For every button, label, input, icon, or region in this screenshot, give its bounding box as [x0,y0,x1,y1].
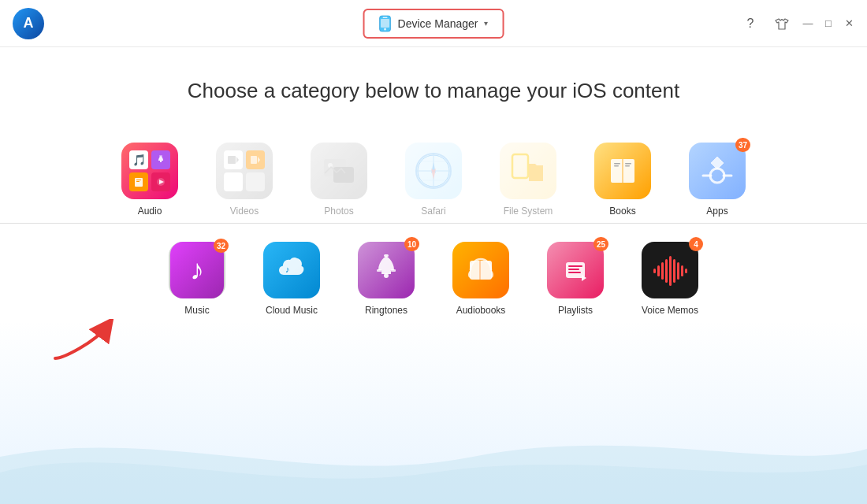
audio-icon: 🎵 [121,143,178,199]
videos-icon-wrap [216,143,273,199]
audio-icon-wrap: 🎵 [121,143,178,199]
music-badge: 32 [214,239,229,253]
tshirt-icon[interactable] [771,13,793,35]
playlists-icon-wrap: 25 [547,242,604,298]
svg-rect-52 [661,262,664,280]
books-label: Books [609,206,635,217]
voicememos-icon-wrap: 4 [642,242,698,298]
filesystem-label: File System [504,206,553,217]
category-item-ringtones[interactable]: 10 Ringtones [347,242,426,316]
playlists-badge: 25 [594,237,608,251]
svg-rect-46 [568,265,582,267]
titlebar: A Device Manager ▾ ? — □ ✕ [0,0,867,47]
app-logo[interactable]: A [13,8,44,39]
svg-rect-56 [677,262,679,280]
svg-rect-51 [657,265,660,276]
svg-rect-7 [135,178,143,187]
voicememos-label: Voice Memos [642,305,698,316]
svg-rect-30 [614,163,620,165]
svg-rect-29 [622,159,623,183]
category-item-audiobooks[interactable]: Audiobooks [441,242,520,316]
filesystem-icon-wrap [500,143,556,199]
restore-button[interactable]: □ [823,18,834,29]
svg-point-2 [384,28,386,30]
svg-rect-5 [160,161,162,162]
wave-decoration [0,410,867,504]
phone-icon [379,15,392,32]
audiobooks-label: Audiobooks [456,305,506,316]
category-item-apps[interactable]: 37 Apps [678,143,757,217]
filesystem-icon [508,153,548,189]
svg-rect-31 [614,165,619,167]
svg-rect-9 [136,181,140,182]
playlists-icon [547,242,604,298]
videos-label: Videos [230,206,259,217]
svg-rect-12 [228,156,236,164]
categories-container: 🎵 [0,143,867,316]
category-item-filesystem[interactable]: File System [489,143,567,217]
svg-rect-14 [251,156,257,164]
device-manager-button[interactable]: Device Manager ▾ [363,9,504,39]
category-item-audio[interactable]: 🎵 [110,143,189,217]
highlight-arrow [47,319,118,373]
music-icon-wrap: 32 ♪ [169,242,225,298]
svg-rect-1 [383,17,388,18]
minimize-button[interactable]: — [802,18,813,29]
svg-rect-53 [665,259,668,283]
books-icon-wrap [594,143,651,199]
svg-rect-54 [669,256,672,286]
bottom-category-row: 32 ♪ Music ♪ Cloud Music [158,242,709,316]
category-item-photos[interactable]: Photos [300,143,378,217]
svg-rect-58 [685,269,687,273]
category-item-voicememos[interactable]: 4 [631,242,709,316]
ringtones-icon [358,242,415,298]
cloudmusic-icon-wrap: ♪ [263,242,320,298]
svg-rect-6 [159,156,162,157]
apps-icon-wrap: 37 [689,143,746,199]
svg-marker-15 [258,157,260,163]
svg-rect-17 [333,167,354,183]
svg-rect-8 [136,180,141,180]
category-item-safari[interactable]: Safari [394,143,473,217]
apps-icon [700,154,735,188]
safari-icon [414,151,453,191]
close-button[interactable]: ✕ [843,18,854,29]
top-category-row: 🎵 [110,143,757,217]
svg-rect-32 [625,163,631,165]
svg-rect-50 [653,269,656,273]
category-item-music[interactable]: 32 ♪ Music [158,242,236,316]
svg-rect-40 [391,269,396,272]
category-item-playlists[interactable]: 25 Playlists [536,242,615,316]
videos-icon [216,143,273,199]
chevron-down-icon: ▾ [484,19,488,28]
device-manager-section: Device Manager ▾ [363,9,504,39]
main-content: Choose a category below to manage your i… [0,47,867,504]
svg-rect-39 [377,269,381,272]
svg-rect-3 [381,19,389,28]
photos-icon-wrap [311,143,367,199]
books-icon [605,153,641,189]
safari-icon-wrap [405,143,462,199]
voicememos-badge: 4 [689,237,703,251]
audio-label: Audio [138,206,162,217]
page-title: Choose a category below to manage your i… [188,79,679,103]
cloudmusic-label: Cloud Music [266,305,318,316]
svg-rect-27 [512,154,528,178]
svg-rect-48 [568,272,581,273]
svg-text:🎵: 🎵 [132,154,146,167]
audiobooks-icon-wrap [452,242,509,298]
category-item-books[interactable]: Books [583,143,662,217]
window-actions: ? — □ ✕ [739,13,854,35]
music-label: Music [184,305,209,316]
svg-rect-57 [681,265,683,276]
svg-text:♪: ♪ [285,265,290,274]
category-separator [0,223,867,224]
svg-rect-44 [479,261,481,280]
apps-label: Apps [706,206,727,217]
ringtones-icon-wrap: 10 [358,242,415,298]
category-item-cloudmusic[interactable]: ♪ Cloud Music [252,242,331,316]
help-button[interactable]: ? [739,13,761,35]
svg-rect-41 [384,254,389,257]
category-item-videos[interactable]: Videos [205,143,284,217]
ringtones-label: Ringtones [365,305,407,316]
